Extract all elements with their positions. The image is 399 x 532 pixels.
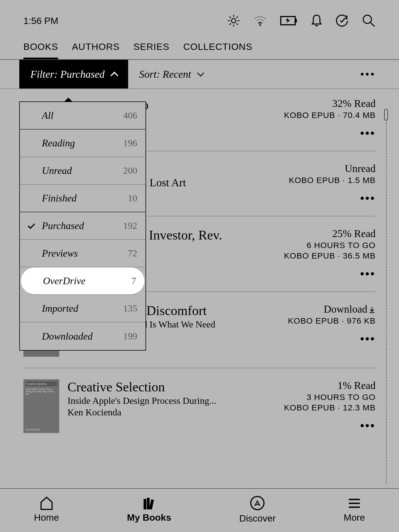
time-label: 1:56 PM [23, 15, 58, 26]
book-format: KOBO EPUB · 12.3 MB [282, 403, 376, 412]
filter-option-count: 196 [123, 138, 137, 148]
nav-discover[interactable]: Discover [239, 495, 276, 524]
nav-mybooks[interactable]: My Books [127, 496, 171, 523]
tab-collections[interactable]: COLLECTIONS [183, 41, 252, 59]
sort-label: Sort: Recent [139, 68, 191, 80]
book-status: Unread [282, 162, 376, 174]
book-subtitle: Inside Apple's Design Process During... [68, 396, 274, 406]
filter-button[interactable]: Filter: Purchased [19, 60, 128, 88]
nav-home[interactable]: Home [34, 496, 59, 523]
filter-option-count: 72 [128, 248, 137, 259]
book-title: t Investor, Rev. [142, 227, 274, 243]
filter-option-label: Unread [42, 165, 123, 176]
chevron-up-icon [110, 72, 118, 79]
tab-books[interactable]: BOOKS [23, 41, 58, 59]
book-actions-button[interactable]: ••• [282, 419, 376, 432]
compass-icon [250, 495, 265, 511]
nav-label: More [344, 512, 365, 523]
more-options-button[interactable]: ••• [360, 68, 376, 81]
svg-point-0 [231, 18, 236, 23]
filter-option-finished[interactable]: Finished 10 [20, 185, 145, 212]
filter-option-imported[interactable]: Imported 135 [20, 295, 145, 323]
filter-option-label: Previews [42, 248, 128, 259]
book-cover: Creative Selection Inside Apple's Design… [23, 379, 59, 433]
svg-rect-15 [147, 498, 150, 509]
filter-option-previews[interactable]: Previews 72 [20, 240, 145, 267]
filter-option-label: Purchased [42, 220, 123, 232]
book-subtitle: a Lost Art [142, 176, 274, 189]
home-icon [39, 496, 54, 510]
chevron-down-icon [197, 69, 204, 76]
filter-option-count: 199 [123, 331, 137, 342]
book-time: 3 HOURS TO GO [282, 393, 376, 402]
nav-label: My Books [127, 512, 171, 523]
svg-line-7 [236, 17, 238, 18]
svg-point-17 [251, 496, 264, 510]
tab-series[interactable]: SERIES [133, 41, 169, 59]
nav-label: Discover [239, 513, 276, 524]
bottom-nav: Home My Books Discover More [0, 488, 399, 532]
tab-authors[interactable]: AUTHORS [72, 41, 120, 59]
book-format: KOBO EPUB · 36.5 MB [282, 251, 376, 260]
wifi-icon[interactable] [253, 15, 267, 26]
books-icon [141, 496, 157, 510]
scrollbar-thumb[interactable] [384, 109, 388, 120]
book-status[interactable]: Download [282, 303, 376, 315]
book-actions-button[interactable]: ••• [282, 192, 376, 205]
book-status: 32% Read [282, 97, 376, 109]
svg-rect-14 [144, 499, 146, 509]
book-status: 25% Read [282, 227, 376, 240]
filter-option-overdrive[interactable]: OverDrive 7 [21, 267, 144, 295]
filter-option-purchased[interactable]: Purchased 192 [20, 212, 145, 240]
filter-option-reading[interactable]: Reading 196 [20, 130, 145, 157]
filter-option-downloaded[interactable]: Downloaded 199 [20, 323, 145, 350]
book-status: 1% Read [282, 379, 376, 391]
svg-point-9 [259, 24, 261, 26]
book-title: o [142, 97, 274, 112]
sync-icon[interactable] [336, 14, 349, 27]
status-icons [227, 14, 376, 28]
brightness-icon[interactable] [227, 14, 240, 27]
filter-dropdown: All 406 Reading 196 Unread 200 Finished … [19, 101, 146, 351]
svg-line-13 [371, 23, 374, 26]
book-format: KOBO EPUB · 1.5 MB [282, 176, 376, 185]
category-tabs: BOOKS AUTHORS SERIES COLLECTIONS [0, 33, 399, 59]
menu-icon [347, 496, 362, 510]
filter-sort-bar: Filter: Purchased Sort: Recent ••• [0, 59, 399, 89]
book-title: Creative Selection [68, 379, 274, 394]
filter-option-all[interactable]: All 406 [20, 102, 145, 130]
battery-icon [280, 16, 297, 25]
search-icon[interactable] [362, 14, 376, 28]
download-icon [368, 303, 376, 315]
nav-label: Home [34, 512, 59, 523]
bell-icon[interactable] [311, 14, 323, 27]
filter-option-count: 200 [123, 165, 137, 176]
filter-option-unread[interactable]: Unread 200 [20, 157, 145, 185]
book-format: KOBO EPUB · 976 KB [282, 316, 376, 326]
check-icon [28, 222, 35, 229]
filter-option-label: Imported [42, 303, 123, 314]
book-author: Ken Kocienda [68, 407, 274, 418]
book-actions-button[interactable]: ••• [282, 267, 376, 280]
status-bar: 1:56 PM [0, 0, 399, 33]
book-row[interactable]: Creative Selection Inside Apple's Design… [23, 368, 376, 444]
svg-line-8 [230, 23, 231, 25]
book-format: KOBO EPUB · 70.4 MB [282, 111, 376, 120]
filter-option-label: OverDrive [43, 275, 131, 287]
svg-rect-11 [295, 19, 297, 23]
filter-option-label: Finished [42, 192, 128, 204]
svg-rect-16 [149, 499, 154, 509]
nav-more[interactable]: More [344, 496, 365, 523]
filter-option-count: 192 [123, 221, 137, 231]
filter-option-label: Reading [42, 137, 123, 149]
filter-option-count: 7 [131, 276, 136, 286]
filter-option-count: 135 [123, 303, 137, 314]
filter-label: Filter: Purchased [30, 68, 105, 80]
book-actions-button[interactable]: ••• [282, 127, 376, 140]
sort-button[interactable]: Sort: Recent [128, 60, 214, 88]
filter-option-label: All [42, 110, 123, 121]
book-time: 6 HOURS TO GO [282, 241, 376, 250]
filter-option-count: 406 [123, 110, 137, 121]
book-actions-button[interactable]: ••• [282, 332, 376, 345]
scrollbar-track [386, 109, 387, 484]
